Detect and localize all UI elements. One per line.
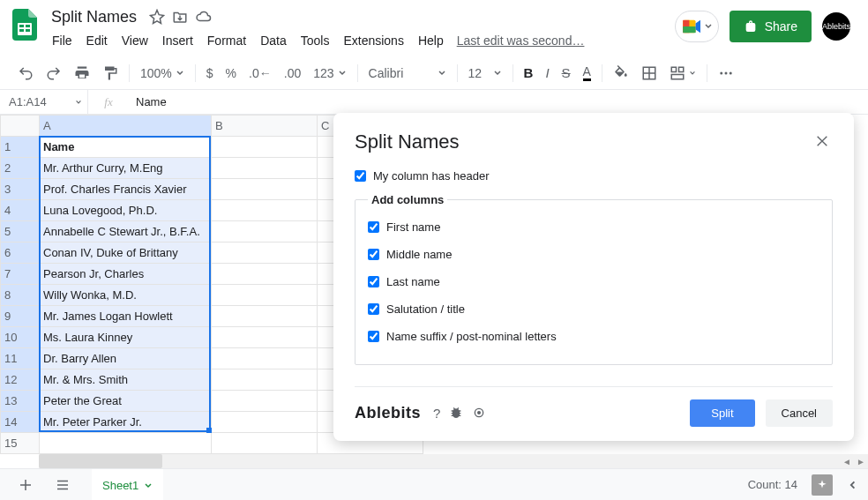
row-header[interactable]: 10: [1, 327, 40, 348]
undo-button[interactable]: [12, 62, 39, 85]
add-sheet-button[interactable]: [11, 470, 41, 500]
cell[interactable]: Prof. Charles Francis Xavier: [40, 179, 212, 200]
cell[interactable]: Mr. Arthur Curry, M.Eng: [40, 158, 212, 179]
cancel-button[interactable]: Cancel: [766, 399, 833, 427]
menu-format[interactable]: Format: [201, 30, 252, 51]
option-last-name[interactable]: Last name: [368, 270, 819, 294]
menu-tools[interactable]: Tools: [295, 30, 336, 51]
cell[interactable]: Willy Wonka, M.D.: [40, 285, 212, 306]
fill-color-button[interactable]: [608, 62, 634, 85]
option-middle-name[interactable]: Middle name: [368, 243, 819, 266]
cell[interactable]: [212, 327, 318, 348]
split-button[interactable]: Split: [690, 399, 754, 427]
star-icon[interactable]: [149, 9, 165, 25]
all-sheets-button[interactable]: [48, 470, 78, 500]
cell[interactable]: [212, 412, 318, 433]
cell[interactable]: [212, 348, 318, 369]
paint-format-button[interactable]: [97, 62, 123, 85]
cell[interactable]: [212, 158, 318, 179]
cell[interactable]: Conan IV, Duke of Brittany: [40, 243, 212, 264]
cell[interactable]: [212, 433, 318, 454]
doc-title[interactable]: Split Names: [46, 7, 142, 27]
row-header[interactable]: 4: [1, 200, 40, 221]
menu-help[interactable]: Help: [412, 30, 450, 51]
menu-edit[interactable]: Edit: [80, 30, 114, 51]
cell[interactable]: [212, 369, 318, 391]
cell[interactable]: [212, 243, 318, 264]
increase-decimal-button[interactable]: .00: [279, 63, 306, 84]
name-box[interactable]: A1:A14: [0, 90, 88, 114]
row-header[interactable]: 1: [1, 137, 40, 158]
strikethrough-button[interactable]: S: [557, 62, 576, 84]
print-button[interactable]: [69, 62, 95, 85]
currency-button[interactable]: $: [201, 63, 219, 84]
text-color-button[interactable]: A: [578, 62, 596, 85]
cell[interactable]: [40, 433, 212, 454]
cell[interactable]: [212, 285, 318, 306]
row-header[interactable]: 13: [1, 391, 40, 412]
row-header[interactable]: 6: [1, 243, 40, 264]
option-salutation[interactable]: Salutation / title: [368, 297, 819, 321]
bold-button[interactable]: B: [519, 62, 539, 84]
last-edit-link[interactable]: Last edit was second…: [457, 34, 585, 48]
meet-button[interactable]: [675, 11, 719, 42]
sheet-tab[interactable]: Sheet1: [92, 469, 163, 501]
number-format-dropdown[interactable]: 123: [308, 63, 351, 84]
selection-count[interactable]: Count: 14: [748, 478, 797, 491]
row-header[interactable]: 9: [1, 306, 40, 327]
cell[interactable]: [212, 264, 318, 285]
row-header[interactable]: 2: [1, 158, 40, 179]
cell[interactable]: [212, 137, 318, 158]
cell[interactable]: Annabelle C Stewart Jr., B.F.A.: [40, 221, 212, 243]
horizontal-scrollbar[interactable]: ◄ ►: [0, 454, 868, 468]
percent-button[interactable]: %: [221, 63, 242, 84]
avatar[interactable]: Ablebits: [822, 12, 850, 41]
row-header[interactable]: 15: [1, 433, 40, 454]
sheets-logo[interactable]: [7, 7, 42, 42]
menu-file[interactable]: File: [46, 30, 79, 51]
has-header-checkbox[interactable]: My column has header: [355, 169, 833, 183]
cell[interactable]: Name: [40, 137, 212, 158]
cell[interactable]: [212, 200, 318, 221]
option-suffix[interactable]: Name suffix / post-nominal letters: [368, 325, 819, 348]
more-toolbar-button[interactable]: [713, 62, 739, 85]
merge-dropdown[interactable]: [664, 62, 701, 85]
row-header[interactable]: 11: [1, 348, 40, 369]
cell[interactable]: [212, 391, 318, 412]
column-header[interactable]: B: [212, 116, 318, 137]
cell[interactable]: Ms. Laura Kinney: [40, 327, 212, 348]
menu-data[interactable]: Data: [254, 30, 293, 51]
cell[interactable]: [212, 306, 318, 327]
zoom-dropdown[interactable]: 100%: [135, 63, 190, 84]
settings-icon[interactable]: [472, 406, 486, 421]
scroll-left-button[interactable]: ◄: [840, 454, 854, 468]
side-panel-toggle[interactable]: [847, 480, 857, 490]
cell[interactable]: Peter the Great: [40, 391, 212, 412]
cell[interactable]: [212, 221, 318, 243]
borders-button[interactable]: [636, 62, 662, 85]
menu-insert[interactable]: Insert: [156, 30, 199, 51]
cell[interactable]: Pearson Jr, Charles: [40, 264, 212, 285]
cell[interactable]: Mr. & Mrs. Smith: [40, 369, 212, 391]
move-icon[interactable]: [172, 9, 188, 25]
cell[interactable]: Dr. Barry Allen: [40, 348, 212, 369]
row-header[interactable]: 14: [1, 412, 40, 433]
font-dropdown[interactable]: Calibri: [363, 63, 452, 84]
cell[interactable]: Luna Lovegood, Ph.D.: [40, 200, 212, 221]
explore-button[interactable]: [812, 474, 833, 496]
bug-icon[interactable]: [449, 406, 463, 421]
formula-input[interactable]: Name: [129, 95, 868, 108]
close-button[interactable]: [812, 131, 833, 152]
decrease-decimal-button[interactable]: .0←: [243, 63, 277, 84]
help-icon[interactable]: ?: [433, 406, 440, 421]
row-header[interactable]: 3: [1, 179, 40, 200]
row-header[interactable]: 7: [1, 264, 40, 285]
row-header[interactable]: 8: [1, 285, 40, 306]
cell[interactable]: [212, 179, 318, 200]
redo-button[interactable]: [41, 62, 67, 85]
menu-view[interactable]: View: [116, 30, 154, 51]
row-header[interactable]: 5: [1, 221, 40, 243]
row-header[interactable]: 12: [1, 369, 40, 391]
menu-extensions[interactable]: Extensions: [337, 30, 409, 51]
italic-button[interactable]: I: [540, 62, 554, 84]
